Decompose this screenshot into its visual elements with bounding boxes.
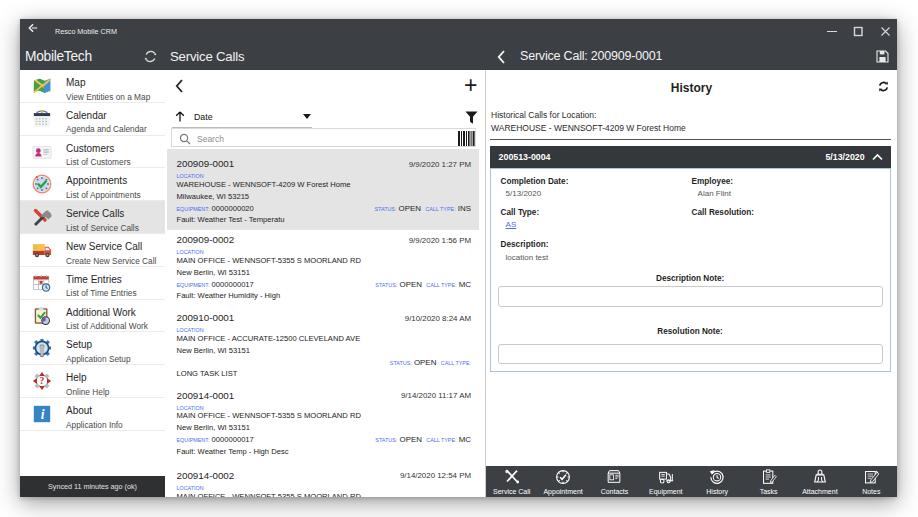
svg-text:?: ?	[40, 375, 45, 386]
svg-text:i: i	[41, 407, 45, 422]
